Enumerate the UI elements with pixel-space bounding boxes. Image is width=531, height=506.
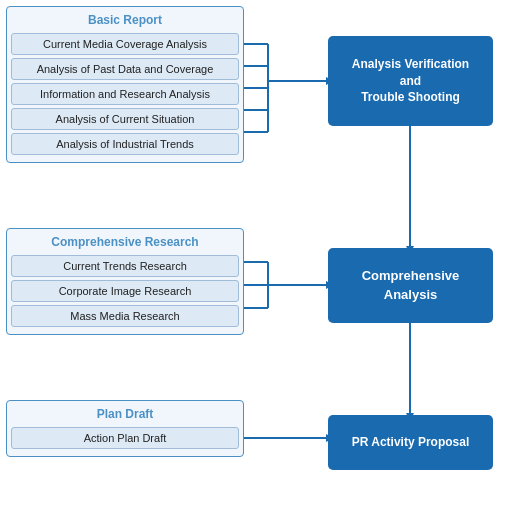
item-mass-media: Mass Media Research [11, 305, 239, 327]
comprehensive-research-title: Comprehensive Research [11, 233, 239, 251]
item-industrial-trends: Analysis of Industrial Trends [11, 133, 239, 155]
analysis-verification-box: Analysis VerificationandTrouble Shooting [328, 36, 493, 126]
plan-draft-title: Plan Draft [11, 405, 239, 423]
comprehensive-research-group: Comprehensive Research Current Trends Re… [6, 228, 244, 335]
item-current-media: Current Media Coverage Analysis [11, 33, 239, 55]
item-current-trends: Current Trends Research [11, 255, 239, 277]
item-corporate-image: Corporate Image Research [11, 280, 239, 302]
plan-draft-group: Plan Draft Action Plan Draft [6, 400, 244, 457]
item-info-research: Information and Research Analysis [11, 83, 239, 105]
item-current-situation: Analysis of Current Situation [11, 108, 239, 130]
basic-report-title: Basic Report [11, 11, 239, 29]
item-past-data: Analysis of Past Data and Coverage [11, 58, 239, 80]
item-action-plan: Action Plan Draft [11, 427, 239, 449]
pr-activity-box: PR Activity Proposal [328, 415, 493, 470]
diagram: Basic Report Current Media Coverage Anal… [0, 0, 531, 506]
comprehensive-analysis-box: ComprehensiveAnalysis [328, 248, 493, 323]
basic-report-group: Basic Report Current Media Coverage Anal… [6, 6, 244, 163]
